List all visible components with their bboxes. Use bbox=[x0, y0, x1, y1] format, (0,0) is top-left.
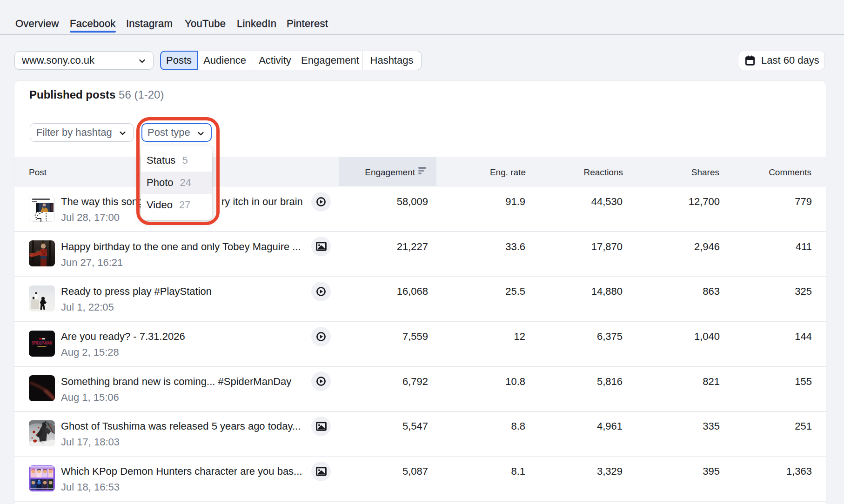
svg-text:SPIDER-MAN: SPIDER-MAN bbox=[32, 340, 52, 345]
